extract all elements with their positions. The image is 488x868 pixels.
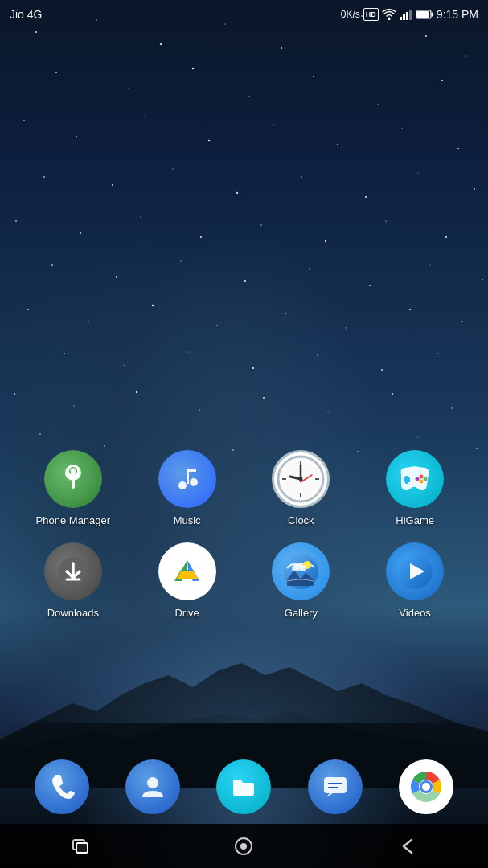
dock-chrome[interactable] <box>399 760 453 814</box>
svg-point-66 <box>263 397 265 399</box>
svg-point-25 <box>172 168 173 169</box>
svg-point-92 <box>178 481 187 489</box>
svg-point-32 <box>80 232 81 234</box>
dock-files[interactable] <box>216 760 271 814</box>
status-bar: Jio 4G 0K/s HD 9:15 PM <box>0 0 488 29</box>
wifi-icon <box>382 9 396 20</box>
svg-point-47 <box>27 309 29 310</box>
svg-point-49 <box>152 305 154 306</box>
svg-rect-82 <box>406 12 408 20</box>
svg-point-17 <box>144 116 145 117</box>
app-gallery[interactable]: Gallery <box>244 542 359 619</box>
svg-point-21 <box>401 128 402 129</box>
svg-point-9 <box>128 88 129 88</box>
svg-point-109 <box>424 477 428 481</box>
svg-point-129 <box>422 783 430 791</box>
gallery-icon <box>272 542 330 600</box>
svg-point-40 <box>116 276 117 278</box>
svg-point-67 <box>327 411 328 411</box>
svg-rect-80 <box>400 17 402 20</box>
nav-recent-button[interactable] <box>57 830 105 862</box>
svg-point-70 <box>39 433 41 435</box>
svg-point-2 <box>160 43 162 45</box>
svg-point-53 <box>409 309 411 310</box>
dock-phone[interactable] <box>35 760 89 814</box>
svg-point-42 <box>244 280 246 282</box>
svg-point-72 <box>168 435 169 436</box>
svg-point-50 <box>216 325 218 326</box>
svg-point-133 <box>240 843 247 850</box>
svg-point-37 <box>385 220 386 221</box>
nav-bar <box>0 824 488 868</box>
svg-point-44 <box>369 285 371 286</box>
svg-point-105 <box>299 477 303 481</box>
app-music[interactable]: Music <box>130 450 244 526</box>
svg-point-18 <box>208 140 210 141</box>
downloads-label: Downloads <box>47 607 99 619</box>
videos-label: Videos <box>399 607 431 619</box>
svg-point-69 <box>451 407 453 409</box>
svg-point-91 <box>71 470 76 475</box>
svg-point-110 <box>420 480 424 484</box>
svg-rect-88 <box>72 477 75 489</box>
time-text: 9:15 PM <box>437 8 478 21</box>
drive-icon <box>158 542 216 600</box>
svg-point-19 <box>273 124 274 125</box>
svg-point-16 <box>76 136 77 137</box>
svg-rect-131 <box>76 843 88 853</box>
horizon-glow <box>0 627 488 723</box>
svg-point-34 <box>200 236 202 238</box>
svg-point-28 <box>365 196 367 198</box>
downloads-icon <box>44 542 102 600</box>
svg-point-76 <box>417 436 418 437</box>
svg-point-61 <box>437 353 438 354</box>
dock-contacts[interactable] <box>125 760 180 814</box>
videos-icon <box>386 542 444 600</box>
svg-point-20 <box>337 144 338 145</box>
gallery-label: Gallery <box>285 607 318 619</box>
app-videos[interactable]: Videos <box>358 542 472 619</box>
app-phone-manager[interactable]: Phone Manager <box>16 450 130 526</box>
svg-point-58 <box>252 367 254 369</box>
svg-rect-107 <box>404 477 410 482</box>
svg-point-29 <box>417 172 418 173</box>
svg-point-35 <box>260 224 262 226</box>
svg-point-46 <box>482 279 483 280</box>
dock-messages[interactable] <box>308 760 363 814</box>
svg-point-45 <box>429 264 430 265</box>
svg-point-4 <box>281 47 282 49</box>
higame-icon <box>386 450 444 508</box>
svg-point-33 <box>140 216 141 217</box>
app-downloads[interactable]: Downloads <box>16 542 130 619</box>
signal-icon <box>400 9 412 20</box>
hd-badge: HD <box>363 8 379 21</box>
dock <box>0 750 488 824</box>
svg-point-22 <box>457 148 459 149</box>
svg-point-26 <box>236 192 238 194</box>
svg-rect-83 <box>409 10 412 20</box>
svg-point-30 <box>474 188 475 190</box>
svg-point-93 <box>190 478 198 486</box>
svg-point-79 <box>388 18 390 21</box>
nav-home-button[interactable] <box>219 830 268 862</box>
svg-point-39 <box>51 264 53 266</box>
svg-point-12 <box>313 76 314 77</box>
app-clock[interactable]: Clock <box>244 450 359 526</box>
svg-point-24 <box>112 184 113 186</box>
svg-point-65 <box>199 409 200 411</box>
clock-icon <box>272 450 330 508</box>
svg-point-8 <box>55 72 57 73</box>
svg-rect-85 <box>431 13 433 17</box>
svg-point-11 <box>248 96 250 97</box>
svg-point-23 <box>43 176 45 178</box>
svg-point-68 <box>392 393 393 395</box>
svg-point-121 <box>147 777 158 788</box>
app-higame[interactable]: HiGame <box>358 450 472 526</box>
svg-point-63 <box>73 405 74 406</box>
app-drive[interactable]: Drive <box>130 542 244 619</box>
svg-point-108 <box>420 475 424 479</box>
svg-point-64 <box>136 391 137 393</box>
svg-point-0 <box>35 31 37 33</box>
svg-point-48 <box>88 321 88 321</box>
nav-back-button[interactable] <box>383 830 431 862</box>
